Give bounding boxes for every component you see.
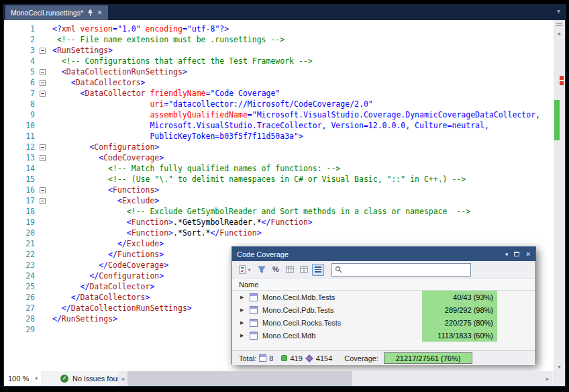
fold-gutter[interactable]	[35, 185, 50, 195]
code-line[interactable]: 8 uri="datacollector://Microsoft/CodeCov…	[4, 99, 554, 109]
fold-collapse-icon[interactable]	[40, 187, 46, 193]
code-line[interactable]: 14 <!-- Match fully qualified names of f…	[4, 163, 554, 174]
code-line[interactable]: 3<RunSettings>	[4, 45, 554, 56]
code-line[interactable]: 18 <!-- Exclude GetSymbolReader and Sort…	[4, 206, 554, 217]
pin-icon[interactable]	[87, 9, 93, 17]
scroll-down-icon[interactable]: ▼	[554, 362, 565, 371]
code-line[interactable]: 20 <Function>.*Sort.*</Function>	[4, 228, 554, 238]
coverage-rows: ▶Mono.Cecil.Mdb.Tests40/43 (93%)▶Mono.Ce…	[232, 291, 535, 350]
fold-gutter	[35, 292, 50, 303]
assembly-icon	[250, 293, 258, 301]
code-line[interactable]: 15 <!-- (Use "\." to delimit namespaces …	[4, 174, 554, 185]
scrollbar-splitter-grip-icon[interactable]	[554, 20, 565, 29]
fold-gutter[interactable]	[35, 77, 50, 88]
code-coverage-coloring-button[interactable]	[312, 264, 324, 276]
panel-title: Code Coverage	[237, 250, 499, 258]
code-line[interactable]: 17 <Exclude>	[4, 195, 554, 206]
assemblies-icon	[259, 354, 266, 362]
code-line[interactable]: 1<?xml version="1.0" encoding="utf-8"?>	[4, 23, 554, 34]
classes-icon	[281, 355, 287, 361]
chevron-down-icon: ▾	[35, 376, 38, 381]
line-number: 14	[4, 163, 35, 174]
row-expander-icon[interactable]: ▶	[240, 295, 250, 300]
fold-collapse-icon[interactable]	[40, 69, 46, 75]
column-header-name[interactable]: Name	[239, 281, 258, 289]
vertical-scrollbar[interactable]: ▲ ▼	[554, 20, 565, 371]
coverage-row[interactable]: ▶Mono.Cecil.Mdb.Tests40/43 (93%)	[232, 291, 535, 303]
code-line[interactable]: 16 <Functions>	[4, 185, 554, 195]
fold-gutter	[35, 271, 50, 281]
row-coverage-value: 289/292 (98%)	[422, 303, 497, 316]
line-number: 23	[4, 260, 35, 271]
row-expander-icon[interactable]: ▶	[240, 333, 250, 338]
fold-collapse-icon[interactable]	[40, 80, 46, 86]
line-number: 16	[4, 185, 35, 195]
show-percentage-button[interactable]: %	[270, 264, 282, 276]
zoom-control[interactable]: 100 % ▾	[4, 371, 42, 386]
line-number: 7	[4, 88, 35, 99]
fold-collapse-icon[interactable]	[40, 91, 46, 97]
document-tab[interactable]: MonoCecil.runsettings* ✕	[5, 5, 108, 20]
panel-title-bar[interactable]: Code Coverage ▾ ✕	[232, 247, 535, 261]
fold-collapse-icon[interactable]	[40, 155, 46, 161]
horizontal-scrollbar[interactable]: ◄ ►	[118, 371, 552, 386]
scroll-left-icon[interactable]: ◄	[118, 371, 127, 386]
filter-button[interactable]	[256, 264, 268, 276]
report-icon	[239, 265, 247, 274]
search-input[interactable]	[342, 266, 468, 274]
fold-collapse-icon[interactable]	[40, 48, 46, 54]
code-line[interactable]: 6 <DataCollectors>	[4, 77, 554, 88]
code-line[interactable]: 7 <DataCollector friendlyName="Code Cove…	[4, 88, 554, 99]
window-position-chevron-icon[interactable]: ▾	[505, 251, 509, 258]
document-health-indicator[interactable]: ✓ No issues found	[60, 371, 125, 386]
code-line[interactable]: 19 <Function>.*GetSymbolReader.*</Functi…	[4, 217, 554, 228]
code-line[interactable]: 4 <!-- Configurations that affect the Te…	[4, 56, 554, 66]
line-number: 8	[4, 99, 35, 109]
line-number: 27	[4, 303, 35, 313]
line-number: 10	[4, 120, 35, 131]
tab-title: MonoCecil.runsettings*	[11, 9, 83, 17]
row-name: Mono.Cecil.Mdb	[262, 332, 315, 340]
fold-gutter	[35, 34, 50, 45]
fold-collapse-icon[interactable]	[40, 144, 46, 150]
fold-gutter[interactable]	[35, 45, 50, 56]
code-line[interactable]: 11 PublicKeyToken=b03f5f7f11d50a3a">	[4, 131, 554, 142]
scroll-right-icon[interactable]: ►	[543, 371, 552, 386]
check-icon: ✓	[60, 375, 68, 383]
tab-list-chevron-icon[interactable]: ▾	[557, 7, 560, 15]
coverage-row[interactable]: ▶Mono.Cecil.Mdb1113/1833 (60%)	[232, 329, 535, 342]
fold-collapse-icon[interactable]	[40, 198, 46, 204]
code-line[interactable]: 2 <!-- File name extension must be .runs…	[4, 34, 554, 45]
coverage-row[interactable]: ▶Mono.Cecil.Rocks.Tests220/275 (80%)	[232, 316, 535, 329]
show-lines-columns-button[interactable]	[298, 264, 310, 276]
close-icon[interactable]: ✕	[525, 251, 531, 258]
fold-gutter[interactable]	[35, 142, 50, 152]
code-line[interactable]: 10 Microsoft.VisualStudio.TraceCollector…	[4, 120, 554, 131]
row-expander-icon[interactable]: ▶	[240, 320, 250, 326]
fold-gutter[interactable]	[35, 195, 50, 206]
fold-gutter[interactable]	[35, 66, 50, 77]
code-line[interactable]: 13 <CodeCoverage>	[4, 152, 554, 163]
line-number: 28	[4, 313, 35, 324]
dropdown-chevron-icon: ▾	[248, 267, 250, 272]
fold-gutter[interactable]	[35, 88, 50, 99]
assembly-icon	[250, 306, 258, 314]
fold-gutter	[35, 131, 50, 142]
code-line[interactable]: 5 <DataCollectionRunSettings>	[4, 66, 554, 77]
export-results-button[interactable]: ▾	[236, 264, 254, 276]
coverage-row[interactable]: ▶Mono.Cecil.Pdb.Tests289/292 (98%)	[232, 303, 535, 316]
fold-gutter	[35, 324, 50, 335]
fold-gutter[interactable]	[35, 152, 50, 163]
lines-icon	[315, 266, 321, 273]
horizontal-scrollbar-thumb[interactable]	[127, 371, 352, 386]
scroll-up-icon[interactable]: ▲	[554, 29, 565, 38]
code-line[interactable]: 9 assemblyQualifiedName="Microsoft.Visua…	[4, 109, 554, 120]
line-number: 1	[4, 23, 35, 34]
fold-gutter	[35, 281, 50, 292]
code-line[interactable]: 12 <Configuration>	[4, 142, 554, 152]
close-icon[interactable]: ✕	[97, 9, 103, 16]
row-expander-icon[interactable]: ▶	[240, 307, 250, 313]
show-blocks-columns-button[interactable]	[284, 264, 296, 276]
row-coverage-value: 220/275 (80%)	[422, 316, 497, 329]
maximize-icon[interactable]	[514, 252, 519, 256]
